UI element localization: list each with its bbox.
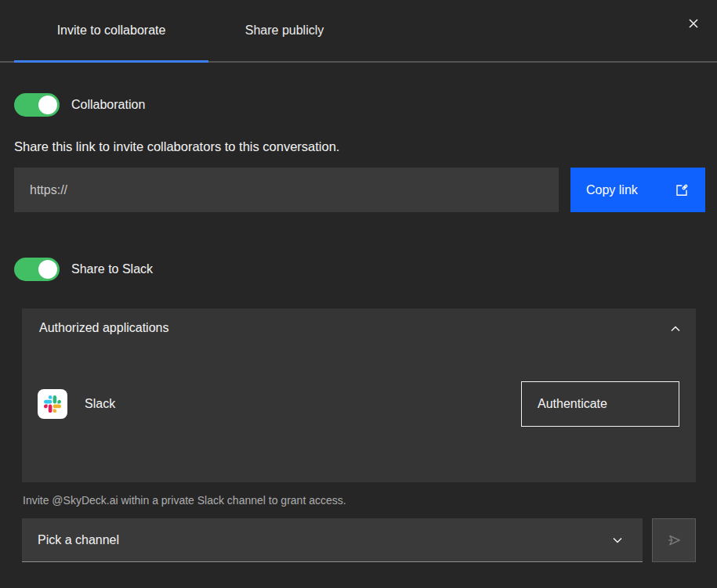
tab-label: Invite to collaborate [57, 23, 166, 38]
channel-picker-row: Pick a channel [22, 518, 696, 562]
channel-dropdown[interactable]: Pick a channel [22, 518, 643, 562]
send-icon [665, 532, 683, 549]
slack-helper-text: Invite @SkyDeck.ai within a private Slac… [23, 494, 346, 507]
share-link-description: Share this link to invite collaborators … [14, 139, 339, 154]
toggle-knob [38, 260, 57, 279]
authorized-applications-title: Authorized applications [39, 321, 168, 335]
share-dialog: Invite to collaborate Share publicly Col… [0, 0, 717, 588]
collaboration-toggle[interactable] [14, 93, 60, 117]
collaboration-toggle-label: Collaboration [71, 98, 145, 112]
share-to-slack-toggle[interactable] [14, 258, 60, 281]
send-to-channel-button[interactable] [652, 518, 696, 562]
authorized-applications-panel: Authorized applications Slack Authentica… [22, 308, 696, 482]
active-tab-underline [14, 60, 208, 63]
slack-app-row: Slack Authenticate [38, 381, 679, 427]
tab-invite-to-collaborate[interactable]: Invite to collaborate [14, 0, 208, 61]
collaboration-toggle-row: Collaboration [14, 93, 145, 117]
close-button[interactable] [679, 9, 708, 38]
channel-dropdown-value: Pick a channel [38, 533, 119, 547]
close-icon [687, 17, 700, 30]
chevron-up-icon [669, 323, 682, 335]
copy-link-button[interactable]: Copy link [570, 168, 705, 212]
share-link-input[interactable] [14, 168, 559, 212]
share-to-slack-toggle-label: Share to Slack [71, 262, 153, 276]
tab-bar: Invite to collaborate Share publicly [0, 0, 717, 63]
copy-link-label: Copy link [586, 183, 638, 197]
slack-logo-icon [38, 389, 67, 419]
authenticate-button[interactable]: Authenticate [521, 381, 679, 427]
slack-app-name: Slack [85, 397, 521, 411]
copy-link-icon [674, 182, 690, 198]
collapse-panel-button[interactable] [663, 316, 688, 341]
tab-share-publicly[interactable]: Share publicly [208, 0, 360, 61]
link-row: Copy link [14, 168, 705, 212]
chevron-down-icon [611, 534, 624, 547]
toggle-knob [38, 96, 57, 114]
tab-label: Share publicly [245, 23, 324, 38]
share-to-slack-toggle-row: Share to Slack [14, 258, 153, 281]
